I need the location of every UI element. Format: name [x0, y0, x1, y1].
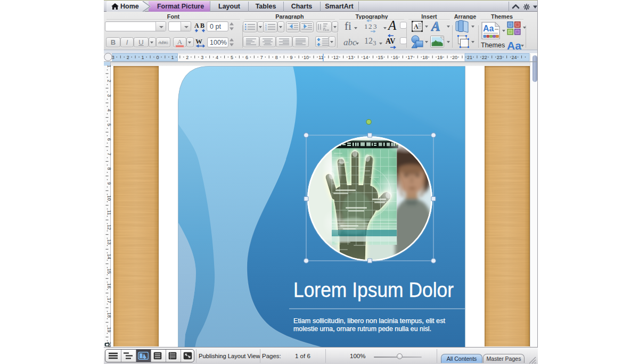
svg-text:2: 2: [106, 79, 112, 82]
svg-text:15: 15: [378, 55, 383, 60]
svg-text:9: 9: [290, 55, 293, 60]
svg-text:3: 3: [201, 55, 203, 60]
svg-text:12: 12: [333, 55, 339, 60]
svg-text:5: 5: [231, 55, 233, 60]
svg-text:22: 22: [482, 55, 487, 60]
svg-text:9: 9: [106, 182, 112, 185]
svg-text:18: 18: [422, 55, 428, 60]
svg-text:1: 1: [142, 55, 144, 60]
svg-text:6: 6: [106, 138, 112, 140]
svg-text:14: 14: [363, 55, 368, 60]
svg-text:20: 20: [452, 55, 457, 60]
svg-text:19: 19: [106, 327, 112, 332]
svg-text:13: 13: [348, 55, 354, 60]
svg-text:16: 16: [392, 55, 398, 60]
svg-text:2: 2: [127, 55, 129, 60]
svg-text:8: 8: [106, 167, 112, 170]
svg-text:18: 18: [106, 312, 112, 318]
svg-text:11: 11: [106, 210, 112, 215]
svg-text:4: 4: [216, 55, 218, 60]
svg-text:11: 11: [318, 55, 323, 60]
svg-text:12: 12: [106, 225, 112, 230]
svg-text:21: 21: [467, 55, 472, 60]
svg-text:3: 3: [112, 55, 114, 60]
svg-text:19: 19: [437, 55, 443, 60]
svg-text:1: 1: [106, 65, 112, 68]
svg-text:1: 1: [171, 55, 174, 60]
svg-text:2: 2: [186, 55, 189, 60]
svg-text:6: 6: [245, 55, 248, 60]
svg-text:13: 13: [106, 239, 112, 244]
svg-text:23: 23: [497, 55, 502, 60]
svg-text:17: 17: [106, 297, 112, 303]
svg-text:15: 15: [106, 268, 112, 274]
svg-text:8: 8: [275, 55, 278, 60]
svg-text:10: 10: [304, 55, 309, 60]
svg-text:4: 4: [106, 109, 112, 111]
svg-text:0: 0: [156, 55, 159, 60]
svg-text:24: 24: [512, 55, 517, 60]
svg-text:10: 10: [106, 195, 112, 201]
svg-text:7: 7: [260, 55, 263, 60]
svg-text:17: 17: [407, 55, 413, 60]
svg-text:3: 3: [106, 94, 112, 97]
svg-text:14: 14: [106, 254, 112, 259]
svg-text:16: 16: [106, 283, 112, 288]
svg-text:5: 5: [106, 123, 112, 126]
svg-text:7: 7: [106, 153, 112, 155]
